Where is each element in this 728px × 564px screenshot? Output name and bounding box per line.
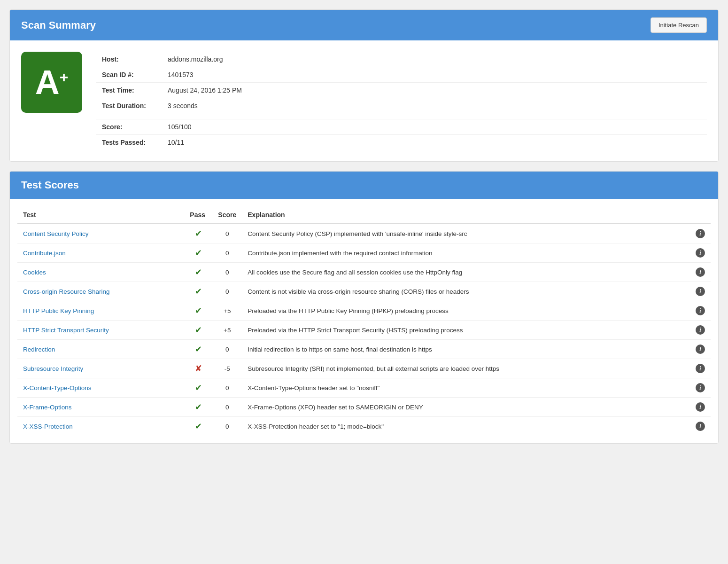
info-icon[interactable]: i <box>696 364 705 373</box>
info-icon[interactable]: i <box>696 402 705 412</box>
initiate-rescan-button[interactable]: Initiate Rescan <box>651 17 707 33</box>
test-name-cell: HTTP Public Key Pinning <box>17 301 184 321</box>
pass-cell: ✔ <box>184 340 212 359</box>
grade-letter: A+ <box>35 65 69 99</box>
pass-icon: ✔ <box>195 345 202 354</box>
scan-summary-header: Scan Summary Initiate Rescan <box>10 10 718 40</box>
pass-cell: ✔ <box>184 378 212 398</box>
explanation-cell: Subresource Integrity (SRI) not implemen… <box>242 359 690 378</box>
info-cell: i <box>690 417 711 436</box>
test-name-link[interactable]: HTTP Public Key Pinning <box>23 307 94 314</box>
score-cell: 0 <box>212 378 242 398</box>
score-cell: -5 <box>212 359 242 378</box>
test-name-link[interactable]: Cross-origin Resource Sharing <box>23 288 110 295</box>
explanation-cell: X-XSS-Protection header set to "1; mode=… <box>242 417 690 436</box>
info-icon[interactable]: i <box>696 287 705 296</box>
th-score: Score <box>212 206 242 224</box>
score-cell: 0 <box>212 224 242 243</box>
test-name-link[interactable]: X-Frame-Options <box>23 404 72 411</box>
info-icon[interactable]: i <box>696 422 705 431</box>
score-cell: 0 <box>212 417 242 436</box>
scan-details-table: Host: addons.mozilla.orgScan ID #: 14015… <box>96 52 707 150</box>
explanation-cell: Initial redirection is to https on same … <box>242 340 690 359</box>
pass-cell: ✔ <box>184 301 212 321</box>
explanation-cell: X-Frame-Options (XFO) header set to SAME… <box>242 398 690 417</box>
pass-cell: ✔ <box>184 417 212 436</box>
pass-icon: ✔ <box>195 306 202 315</box>
scan-field-label: Test Time: <box>96 83 162 98</box>
info-cell: i <box>690 301 711 321</box>
test-name-cell: Contribute.json <box>17 243 184 263</box>
pass-cell: ✔ <box>184 282 212 301</box>
pass-icon: ✔ <box>195 402 202 412</box>
test-name-cell: X-Frame-Options <box>17 398 184 417</box>
info-cell: i <box>690 224 711 243</box>
test-name-link[interactable]: X-Content-Type-Options <box>23 384 92 392</box>
table-row: Cookies ✔ 0 All cookies use the Secure f… <box>17 263 711 282</box>
table-row: X-XSS-Protection ✔ 0 X-XSS-Protection he… <box>17 417 711 436</box>
test-scores-table: Test Pass Score Explanation Content Secu… <box>17 206 711 436</box>
explanation-cell: Contribute.json implemented with the req… <box>242 243 690 263</box>
scan-field-label: Host: <box>96 52 162 67</box>
scan-summary-title: Scan Summary <box>21 19 96 31</box>
scan-score-field-row: Score: 105/100 <box>96 119 707 135</box>
scan-field-value: 3 seconds <box>162 98 707 114</box>
pass-icon: ✔ <box>195 422 202 431</box>
test-name-link[interactable]: Subresource Integrity <box>23 365 83 372</box>
score-cell: 0 <box>212 340 242 359</box>
info-cell: i <box>690 282 711 301</box>
scan-field-row: Host: addons.mozilla.org <box>96 52 707 67</box>
score-cell: +5 <box>212 321 242 340</box>
test-scores-title: Test Scores <box>21 179 79 191</box>
scan-score-value: 10/11 <box>162 135 707 150</box>
test-name-link[interactable]: X-XSS-Protection <box>23 423 73 430</box>
explanation-cell: Content is not visible via cross-origin … <box>242 282 690 301</box>
test-name-link[interactable]: Redirection <box>23 346 55 353</box>
scan-field-value: August 24, 2016 1:25 PM <box>162 83 707 98</box>
pass-cell: ✔ <box>184 398 212 417</box>
test-name-cell: HTTP Strict Transport Security <box>17 321 184 340</box>
info-icon[interactable]: i <box>696 229 705 238</box>
score-cell: 0 <box>212 243 242 263</box>
explanation-cell: Content Security Policy (CSP) implemente… <box>242 224 690 243</box>
info-icon[interactable]: i <box>696 383 705 392</box>
test-name-cell: X-XSS-Protection <box>17 417 184 436</box>
explanation-cell: Preloaded via the HTTP Public Key Pinnin… <box>242 301 690 321</box>
info-cell: i <box>690 243 711 263</box>
test-name-link[interactable]: HTTP Strict Transport Security <box>23 327 109 334</box>
scan-field-row: Test Time: August 24, 2016 1:25 PM <box>96 83 707 98</box>
grade-box: A+ <box>21 52 82 113</box>
info-cell: i <box>690 359 711 378</box>
info-icon[interactable]: i <box>696 267 705 277</box>
test-name-cell: X-Content-Type-Options <box>17 378 184 398</box>
scan-score-field-row: Tests Passed: 10/11 <box>96 135 707 150</box>
score-cell: 0 <box>212 282 242 301</box>
info-icon[interactable]: i <box>696 306 705 315</box>
test-name-link[interactable]: Contribute.json <box>23 250 66 257</box>
test-name-link[interactable]: Content Security Policy <box>23 230 89 237</box>
test-scores-card: Test Scores Test Pass Score Explanation … <box>9 171 719 444</box>
scan-field-value: 1401573 <box>162 67 707 83</box>
scan-summary-card: Scan Summary Initiate Rescan A+ Host: ad… <box>9 9 719 162</box>
table-row: Redirection ✔ 0 Initial redirection is t… <box>17 340 711 359</box>
test-name-cell: Cross-origin Resource Sharing <box>17 282 184 301</box>
scan-field-label: Test Duration: <box>96 98 162 114</box>
table-row: HTTP Public Key Pinning ✔ +5 Preloaded v… <box>17 301 711 321</box>
info-icon[interactable]: i <box>696 325 705 335</box>
explanation-cell: X-Content-Type-Options header set to "no… <box>242 378 690 398</box>
info-icon[interactable]: i <box>696 248 705 258</box>
scan-score-label: Score: <box>96 119 162 135</box>
pass-cell: ✘ <box>184 359 212 378</box>
table-header-row: Test Pass Score Explanation <box>17 206 711 224</box>
fail-icon: ✘ <box>195 364 202 373</box>
info-cell: i <box>690 321 711 340</box>
info-icon[interactable]: i <box>696 345 705 354</box>
test-name-cell: Cookies <box>17 263 184 282</box>
info-cell: i <box>690 378 711 398</box>
test-name-link[interactable]: Cookies <box>23 269 46 276</box>
th-test: Test <box>17 206 184 224</box>
th-explanation: Explanation <box>242 206 690 224</box>
table-row: X-Frame-Options ✔ 0 X-Frame-Options (XFO… <box>17 398 711 417</box>
pass-cell: ✔ <box>184 243 212 263</box>
test-name-cell: Subresource Integrity <box>17 359 184 378</box>
